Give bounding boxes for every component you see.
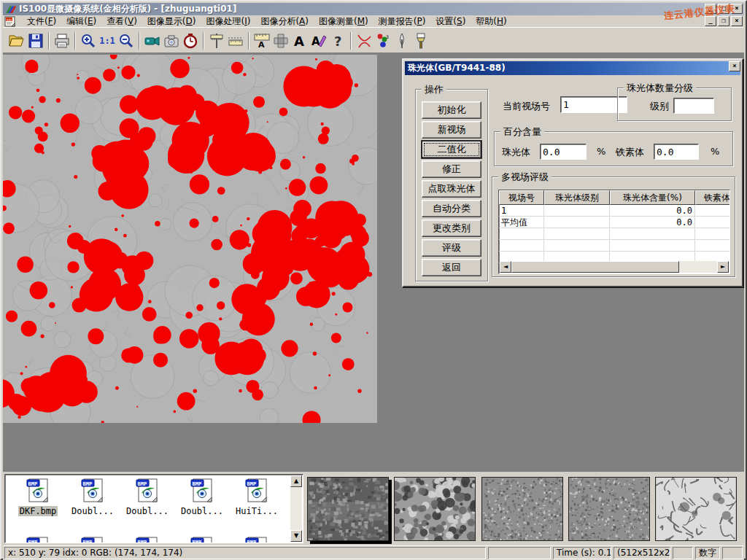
- menu-view[interactable]: 查看(V): [101, 15, 142, 28]
- save-icon[interactable]: [26, 31, 45, 50]
- classify-dots-icon[interactable]: 3: [374, 31, 392, 50]
- file-item[interactable]: BMP Doubl...: [122, 478, 173, 516]
- close-button[interactable]: ×: [731, 4, 743, 14]
- file-item[interactable]: BMP: [231, 537, 282, 543]
- minimize-button[interactable]: _: [705, 4, 716, 14]
- cursor-position-status: x: 510 y: 79 idx: 0 RGB: (174, 174, 174): [4, 547, 486, 559]
- file-item[interactable]: BMP Doubl...: [67, 478, 118, 516]
- table-row[interactable]: 1 0.0: [499, 205, 729, 217]
- child-minimize-button[interactable]: _: [705, 16, 716, 26]
- correct-button[interactable]: 修正: [422, 160, 481, 178]
- help-icon[interactable]: ?: [328, 31, 347, 50]
- font-icon[interactable]: A: [290, 31, 309, 50]
- brush-icon[interactable]: [411, 31, 430, 50]
- menu-file[interactable]: 文件(F): [22, 15, 61, 28]
- svg-text:DOC: DOC: [7, 18, 12, 21]
- scrollbar-thumb[interactable]: [511, 261, 679, 273]
- pen-tool-icon[interactable]: [392, 31, 411, 50]
- file-item[interactable]: BMP Doubl...: [177, 478, 228, 516]
- svg-text:BMP: BMP: [192, 540, 201, 544]
- dialog-title-bar[interactable]: 珠光体(GB/T9441-88): [405, 61, 740, 75]
- bmp-file-icon: BMP: [136, 537, 160, 543]
- merge-grid-icon[interactable]: [271, 31, 290, 50]
- dialog-close-button[interactable]: ×: [729, 61, 740, 71]
- rating-table-header: 视场号 珠光体级别 珠光体含量(%) 铁素体: [499, 190, 729, 205]
- thumbnail-2[interactable]: [394, 477, 476, 541]
- menu-image-measure[interactable]: 图像测量(M): [314, 15, 374, 28]
- pearlite-percent-input[interactable]: [540, 144, 587, 160]
- file-item[interactable]: BMP: [12, 537, 63, 543]
- pick-pearlite-button[interactable]: 点取珠光体: [422, 180, 481, 198]
- menu-image-display[interactable]: 图像显示(D): [142, 15, 201, 28]
- menu-help[interactable]: 帮助(H): [471, 15, 511, 28]
- time-status: Time (s): 0.113: [553, 547, 611, 559]
- thumbnail-1[interactable]: [307, 477, 389, 541]
- print-icon[interactable]: [53, 31, 71, 50]
- maximize-button[interactable]: □: [718, 4, 729, 14]
- menu-settings[interactable]: 设置(S): [430, 15, 471, 28]
- scroll-right-icon[interactable]: ►: [717, 261, 729, 273]
- bmp-file-icon: BMP: [190, 537, 214, 543]
- ruler-icon[interactable]: [226, 31, 245, 50]
- mode-status: 数字: [695, 547, 720, 559]
- file-item[interactable]: BMP DKF.bmp: [12, 478, 63, 516]
- new-field-button[interactable]: 新视场: [422, 121, 481, 139]
- col-ferrite: 铁素体: [695, 190, 730, 205]
- child-close-button[interactable]: ×: [731, 16, 743, 26]
- zoom-in-icon[interactable]: [79, 31, 98, 50]
- status-spacer: [673, 547, 693, 559]
- svg-text:BMP: BMP: [137, 540, 147, 544]
- scroll-left-icon[interactable]: ◄: [500, 261, 511, 273]
- svg-text:?: ?: [334, 34, 341, 49]
- scroll-up-icon[interactable]: ▲: [290, 475, 302, 487]
- caliper-icon[interactable]: [207, 31, 226, 50]
- menu-image-analysis[interactable]: 图像分析(A): [255, 15, 314, 28]
- menu-edit[interactable]: 编辑(E): [61, 15, 101, 28]
- file-name: HuiTi...: [234, 506, 279, 516]
- level-input[interactable]: [673, 98, 714, 114]
- curve-tool-icon[interactable]: [355, 31, 374, 50]
- annotate-icon[interactable]: A: [309, 31, 328, 50]
- menu-report[interactable]: 测量报告(P): [374, 15, 431, 28]
- file-item[interactable]: BMP: [122, 537, 173, 543]
- status-bar: x: 510 y: 79 idx: 0 RGB: (174, 174, 174)…: [3, 545, 744, 560]
- file-name: DKF.bmp: [18, 506, 58, 516]
- scroll-down-icon[interactable]: ▼: [290, 530, 302, 542]
- table-horizontal-scrollbar[interactable]: ◄ ►: [500, 261, 729, 273]
- ferrite-percent-input[interactable]: [654, 144, 699, 160]
- toolbar-separator: [350, 32, 352, 50]
- col-field-number: 视场号: [499, 190, 544, 205]
- measure-text-icon[interactable]: A: [252, 31, 271, 50]
- thumbnail-3[interactable]: [481, 477, 563, 541]
- thumbnail-4[interactable]: [568, 477, 650, 541]
- actual-size-icon[interactable]: 1:1: [98, 31, 117, 50]
- init-button[interactable]: 初始化: [422, 101, 481, 119]
- metallograph-image[interactable]: [3, 55, 377, 423]
- cell-level: [544, 217, 610, 228]
- child-restore-button[interactable]: ❐: [718, 16, 729, 26]
- rate-button[interactable]: 评级: [422, 239, 481, 257]
- table-row[interactable]: 平均值 0.0: [499, 217, 729, 228]
- open-folder-icon[interactable]: [7, 31, 26, 50]
- file-item[interactable]: BMP: [67, 537, 118, 543]
- menu-image-process[interactable]: 图像处理(I): [201, 15, 255, 28]
- cell-content: 0.0: [610, 217, 695, 228]
- zoom-out-icon[interactable]: [117, 31, 136, 50]
- auto-classify-button[interactable]: 自动分类: [422, 200, 481, 217]
- toolbar-separator: [74, 32, 76, 50]
- document-icon: DOC: [4, 16, 18, 27]
- pearlite-percent-label: 珠光体: [502, 146, 530, 159]
- file-list-scrollbar[interactable]: ▲ ▼: [290, 475, 302, 542]
- pearlite-dialog: 珠光体(GB/T9441-88) × 操作 初始化 新视场 二值化 修正 点取珠…: [402, 58, 743, 287]
- file-item[interactable]: BMP: [177, 537, 228, 543]
- return-button[interactable]: 返回: [422, 259, 481, 276]
- timer-icon[interactable]: [181, 31, 200, 50]
- video-camera-icon[interactable]: [143, 31, 162, 50]
- change-class-button[interactable]: 更改类别: [422, 219, 481, 237]
- window-title: IS100显微摄像系统(金相分析版) - [zhuguangti01]: [19, 3, 236, 15]
- binarize-button[interactable]: 二值化: [422, 141, 481, 158]
- thumbnail-5[interactable]: [655, 477, 737, 541]
- ferrite-percent-sign: %: [711, 146, 719, 157]
- camera-icon[interactable]: [162, 31, 181, 50]
- file-item[interactable]: BMP HuiTi...: [231, 478, 282, 516]
